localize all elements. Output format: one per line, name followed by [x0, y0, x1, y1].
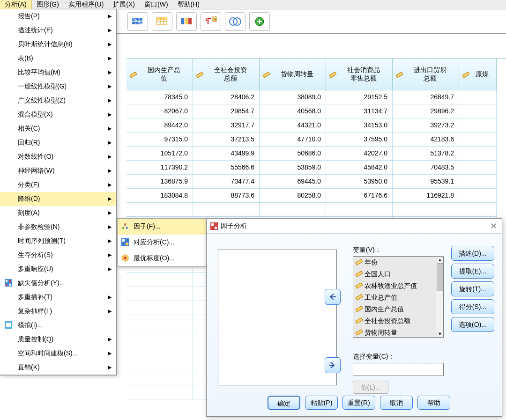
- analysis-menu-item-7[interactable]: 混合模型(X)▶: [0, 108, 116, 122]
- menu-extensions[interactable]: 扩展(X): [108, 0, 140, 10]
- analysis-menu-item-25[interactable]: 直销(K)▶: [0, 361, 116, 375]
- cell[interactable]: [326, 203, 393, 217]
- analysis-menu-item-11[interactable]: 神经网络(W)▶: [0, 164, 116, 178]
- analysis-menu-item-15[interactable]: 非参数检验(N)▶: [0, 220, 116, 234]
- cell[interactable]: 29854.7: [193, 104, 260, 118]
- cell[interactable]: 117390.2: [126, 161, 193, 175]
- column-header-5[interactable]: 原煤: [459, 59, 497, 90]
- analysis-menu-item-4[interactable]: 比较平均值(M)▶: [0, 66, 116, 80]
- cell[interactable]: 37213.5: [193, 133, 260, 147]
- cell[interactable]: 82067.0: [126, 104, 193, 118]
- variable-row[interactable]: 国内生产总值: [353, 303, 443, 315]
- cell[interactable]: 26849.7: [393, 90, 459, 104]
- scrollbar[interactable]: ▲ ▼: [436, 257, 443, 337]
- analysis-menu-item-20[interactable]: 多重插补(T)▶: [0, 290, 116, 304]
- variable-row[interactable]: 农林牧渔业总产值: [353, 280, 443, 292]
- analysis-menu-item-0[interactable]: 报告(P)▶: [0, 9, 116, 23]
- cell[interactable]: 183084.8: [126, 189, 193, 203]
- cell[interactable]: 29152.5: [326, 90, 393, 104]
- move-to-variables-button[interactable]: [325, 289, 341, 305]
- variable-row[interactable]: 货物周转量: [353, 327, 443, 338]
- cell[interactable]: [126, 287, 193, 301]
- analysis-menu-item-3[interactable]: 表(B)▶: [0, 52, 116, 66]
- cell[interactable]: 50686.0: [260, 147, 326, 161]
- column-header-4[interactable]: 进出口贸易 总额: [393, 59, 459, 90]
- menu-analyze[interactable]: 分析(A): [0, 0, 32, 10]
- cell[interactable]: [126, 329, 193, 343]
- toolbar-btn-3[interactable]: [176, 12, 197, 31]
- cell[interactable]: [459, 104, 497, 118]
- menu-window[interactable]: 窗口(W): [140, 0, 173, 10]
- cell[interactable]: 40568.0: [260, 104, 326, 118]
- analysis-menu-item-14[interactable]: 刻度(A)▶: [0, 206, 116, 220]
- cell[interactable]: 29896.2: [393, 104, 459, 118]
- analysis-menu-item-21[interactable]: 复杂抽样(L)▶: [0, 304, 116, 318]
- right-button-2[interactable]: 旋转(T)...: [451, 281, 494, 296]
- analysis-menu-item-22[interactable]: 模拟(I)...: [0, 318, 116, 332]
- cell[interactable]: 95539.1: [393, 175, 459, 189]
- analysis-menu-item-16[interactable]: 时间序列预测(T)▶: [0, 234, 116, 248]
- analysis-menu-item-5[interactable]: 一般线性模型(G)▶: [0, 80, 116, 94]
- cell[interactable]: [126, 357, 193, 371]
- cell[interactable]: 97315.0: [126, 133, 193, 147]
- cell[interactable]: [459, 161, 497, 175]
- cell[interactable]: 42183.6: [393, 133, 459, 147]
- cell[interactable]: [459, 90, 497, 104]
- analysis-menu-item-17[interactable]: 生存分析(S)▶: [0, 248, 116, 262]
- variable-row[interactable]: 年份: [353, 257, 443, 268]
- cell[interactable]: 88773.6: [193, 189, 260, 203]
- scroll-thumb[interactable]: [437, 263, 443, 291]
- cell[interactable]: 45842.0: [326, 161, 393, 175]
- column-header-3[interactable]: 社会消费品 零售总额: [326, 59, 393, 90]
- toolbar-btn-6[interactable]: [249, 12, 270, 31]
- right-button-3[interactable]: 得分(S)...: [451, 299, 494, 314]
- variable-row[interactable]: 全社会投资总额: [353, 315, 443, 327]
- move-to-select-variable-button[interactable]: [325, 357, 341, 373]
- cell[interactable]: 136875.9: [126, 175, 193, 189]
- variable-row[interactable]: 全国人口: [353, 268, 443, 280]
- cell[interactable]: 67176.6: [326, 189, 393, 203]
- bottom-button-1[interactable]: 粘贴(P): [305, 396, 338, 410]
- cell[interactable]: 28406.2: [193, 90, 260, 104]
- cell[interactable]: [260, 203, 326, 217]
- cell[interactable]: 32917.7: [193, 118, 260, 133]
- cell[interactable]: 51378.2: [393, 147, 459, 161]
- cell[interactable]: [126, 343, 193, 357]
- select-variable-field[interactable]: [353, 363, 444, 376]
- cell[interactable]: [126, 385, 193, 399]
- cell[interactable]: 43499.9: [193, 147, 260, 161]
- analysis-menu-item-23[interactable]: 质量控制(Q)▶: [0, 332, 116, 346]
- analysis-menu-item-2[interactable]: 贝叶斯统计信息(B)▶: [0, 37, 116, 52]
- variable-row[interactable]: 工业总产值: [353, 292, 443, 303]
- submenu-item-0[interactable]: 因子(F)...: [118, 219, 206, 235]
- cell[interactable]: 70477.4: [193, 175, 260, 189]
- cell[interactable]: [459, 147, 497, 161]
- cell[interactable]: 89442.0: [126, 118, 193, 133]
- cell[interactable]: 34153.0: [326, 118, 393, 133]
- cell[interactable]: 80258.0: [260, 189, 326, 203]
- cell[interactable]: [126, 301, 193, 315]
- analysis-menu-item-1[interactable]: 描述统计(E)▶: [0, 23, 116, 37]
- cell[interactable]: 39273.2: [393, 118, 459, 133]
- cell[interactable]: [126, 203, 193, 217]
- column-header-1[interactable]: 全社会投资 总额: [193, 59, 260, 90]
- cell[interactable]: 37595.0: [326, 133, 393, 147]
- analysis-menu-item-24[interactable]: 空间和时间建模(S)...▶: [0, 346, 116, 361]
- menu-utilities[interactable]: 实用程序(U): [64, 0, 108, 10]
- analysis-menu-item-8[interactable]: 相关(C)▶: [0, 122, 116, 136]
- toolbar-btn-1[interactable]: [127, 12, 148, 31]
- cell[interactable]: [459, 175, 497, 189]
- cell[interactable]: [459, 133, 497, 147]
- toolbar-btn-4[interactable]: 1A: [201, 12, 221, 31]
- right-button-0[interactable]: 描述(D)...: [451, 246, 494, 261]
- cell[interactable]: [126, 315, 193, 329]
- submenu-item-1[interactable]: 对应分析(C)...: [118, 235, 206, 251]
- cell[interactable]: [393, 203, 459, 217]
- cell[interactable]: [193, 203, 260, 217]
- cell[interactable]: 55566.6: [193, 161, 260, 175]
- cell[interactable]: [126, 371, 193, 385]
- bottom-button-3[interactable]: 取消: [380, 396, 413, 410]
- analysis-menu-item-19[interactable]: 缺失值分析(Y)...: [0, 276, 116, 290]
- cell[interactable]: [459, 118, 497, 133]
- variables-list[interactable]: 年份全国人口农林牧渔业总产值工业总产值国内生产总值全社会投资总额货物周转量 ▲ …: [353, 256, 444, 338]
